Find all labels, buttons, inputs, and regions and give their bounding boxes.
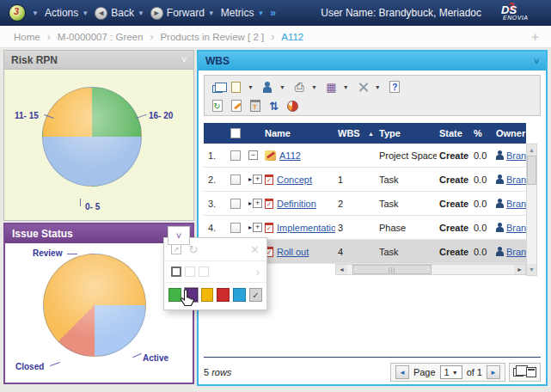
table-row[interactable]: 1.−A112Project SpaceCreate0.0Brandy	[204, 144, 526, 168]
forward-button[interactable]: ► Forward ▼	[150, 7, 215, 20]
expand-icon[interactable]: +	[253, 199, 262, 208]
chevron-down-icon[interactable]: ▼	[248, 84, 254, 90]
chevron-right-icon[interactable]: ›	[256, 266, 260, 279]
chevron-down-icon[interactable]: ▼	[279, 84, 285, 90]
breadcrumb-item[interactable]: A112	[281, 32, 303, 42]
swatch-green[interactable]	[168, 288, 181, 302]
cascade-view-icon[interactable]	[513, 368, 523, 377]
assign-person-icon[interactable]	[260, 80, 275, 95]
name-cell: A112	[262, 150, 335, 161]
expand-toggle[interactable]: −	[248, 150, 262, 160]
reload-icon[interactable]: ↻	[188, 243, 199, 255]
help-icon[interactable]: ?	[388, 80, 402, 95]
name-column-header[interactable]: Name	[262, 128, 335, 138]
chevron-down-icon[interactable]: ▼	[32, 9, 39, 17]
chevron-down-icon[interactable]: ▼	[375, 84, 381, 90]
expand-toggle[interactable]: ▸+	[248, 199, 262, 208]
horizontal-scrollbar[interactable]: ◄ ||| ►	[335, 264, 526, 275]
row-checkbox[interactable]	[230, 175, 241, 185]
item-link[interactable]: Implementation	[277, 223, 335, 233]
export-icon[interactable]: ↗	[171, 244, 181, 254]
scroll-right-icon[interactable]: ►	[514, 265, 525, 274]
type-column-header[interactable]: Type	[377, 128, 437, 138]
copy-window-icon[interactable]	[210, 80, 224, 95]
close-icon[interactable]: ✕	[250, 243, 260, 256]
state-column-header[interactable]: State	[437, 128, 471, 138]
table-view-icon[interactable]: ▦	[324, 80, 339, 95]
table-row[interactable]: 3.▸+✓Definition2TaskCreate0.0Brandy	[204, 192, 526, 216]
paste-clipboard-icon[interactable]: T	[248, 99, 262, 113]
next-page-button[interactable]: ►	[487, 365, 500, 379]
row-checkbox[interactable]	[230, 223, 241, 233]
owner-column-header[interactable]: Owner	[493, 128, 526, 138]
owner-link[interactable]: Brandy	[506, 199, 526, 209]
swatch-purple[interactable]	[185, 288, 198, 302]
chart-icon[interactable]	[285, 99, 300, 113]
pie-label-active: Active	[143, 353, 168, 363]
type-cell: Task	[377, 175, 437, 185]
chevron-down-icon[interactable]: ▼	[311, 84, 317, 90]
horizontal-scroll-thumb[interactable]: |||	[352, 265, 432, 274]
item-link[interactable]: Definition	[277, 199, 316, 209]
row-number: 4.	[204, 223, 223, 233]
breadcrumb-item[interactable]: Home	[14, 32, 40, 42]
page-select[interactable]: 1 ▼	[440, 365, 462, 379]
rows-count: 5	[204, 367, 209, 377]
actions-menu[interactable]: Actions ▼	[45, 7, 89, 19]
expand-toggle[interactable]: ▸+	[248, 175, 262, 184]
chevron-down-icon[interactable]: ˅	[534, 57, 539, 66]
owner-link[interactable]: Brandy	[506, 150, 526, 161]
wbs-column-header[interactable]: WBS▲	[335, 128, 377, 138]
row-checkbox[interactable]	[230, 199, 241, 209]
app-logo-icon[interactable]	[9, 4, 26, 21]
item-link[interactable]: Concept	[277, 175, 312, 185]
swatch-red[interactable]	[217, 288, 230, 302]
vertical-scroll-thumb[interactable]	[527, 156, 536, 185]
expand-icon[interactable]: +	[253, 175, 262, 184]
new-content-icon[interactable]	[229, 80, 243, 95]
chevron-down-icon[interactable]: ˅	[181, 55, 187, 64]
edit-icon[interactable]	[229, 99, 243, 113]
item-link[interactable]: Roll out	[277, 247, 309, 257]
select-all-checkbox[interactable]	[223, 128, 248, 138]
print-icon[interactable]: ⎙	[292, 80, 307, 95]
risk-rpn-pie-chart[interactable]	[42, 87, 142, 187]
layout-option-2[interactable]	[185, 266, 195, 277]
issue-status-pie-chart[interactable]	[43, 254, 146, 357]
layout-option-1[interactable]	[171, 266, 181, 277]
add-icon[interactable]: +	[531, 29, 539, 44]
single-view-icon[interactable]	[526, 367, 536, 377]
swatch-checkered[interactable]: ✓	[249, 288, 262, 302]
percent-column-header[interactable]: %	[471, 128, 493, 138]
scroll-up-icon[interactable]: ▲	[527, 144, 536, 156]
table-row[interactable]: 2.▸+✓Concept1TaskCreate0.0Brandy	[204, 168, 526, 192]
row-checkbox[interactable]	[230, 150, 241, 161]
refresh-icon[interactable]: ↻	[210, 99, 224, 113]
scroll-down-icon[interactable]: ▼	[527, 264, 536, 275]
breadcrumb-item[interactable]: Products in Review [ 2 ]	[160, 32, 264, 42]
overflow-menu-icon[interactable]: »	[270, 7, 276, 19]
pie-label-0-5: 0- 5	[85, 202, 100, 211]
chevron-down-icon[interactable]: ▼	[343, 84, 349, 90]
expand-toggle[interactable]: ▸+	[248, 223, 262, 232]
previous-page-button[interactable]: ◄	[395, 365, 409, 379]
owner-link[interactable]: Brandy	[506, 175, 526, 185]
back-button[interactable]: ◄ Back ▼	[95, 7, 144, 20]
panel-menu-chevron-button[interactable]: ˅	[168, 226, 190, 245]
scroll-left-icon[interactable]: ◄	[336, 265, 347, 274]
owner-link[interactable]: Brandy	[506, 223, 526, 233]
vertical-scrollbar[interactable]: ▲ ▼	[526, 144, 537, 276]
sort-icon[interactable]: ⇅	[266, 99, 281, 113]
collapse-icon[interactable]: −	[248, 150, 258, 160]
metrics-menu[interactable]: Metrics ▼	[221, 7, 265, 19]
tools-icon[interactable]	[356, 80, 370, 95]
expand-icon[interactable]: +	[253, 223, 262, 232]
chevron-down-icon: ▼	[208, 9, 215, 17]
layout-option-3[interactable]	[199, 266, 209, 277]
swatch-blue[interactable]	[233, 288, 246, 302]
item-link[interactable]: A112	[279, 150, 301, 161]
owner-link[interactable]: Brandy	[506, 247, 526, 257]
swatch-yellow[interactable]	[201, 288, 214, 302]
table-row[interactable]: 4.▸+✓Implementation3PhaseCreate0.0Brandy	[204, 216, 526, 240]
breadcrumb-item[interactable]: M-0000007 : Green	[58, 32, 144, 42]
